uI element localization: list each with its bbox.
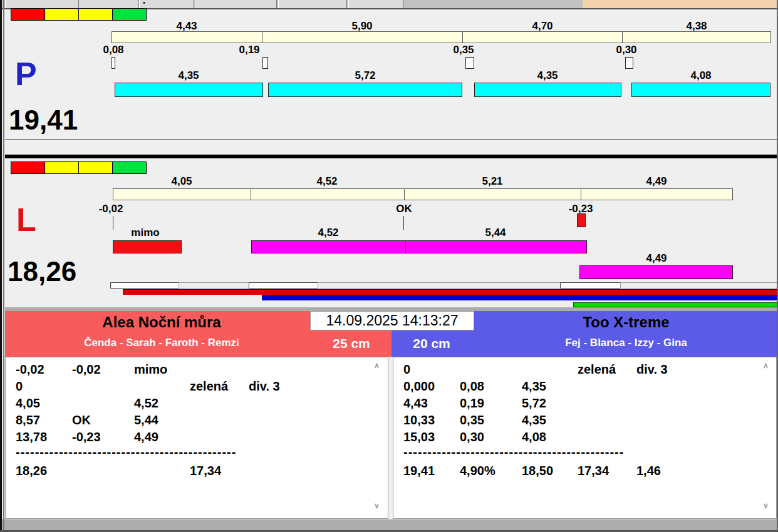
result-cell: 4,52 — [134, 396, 158, 411]
run-time-label: 4,35 — [178, 69, 199, 82]
early-start-box — [577, 213, 586, 227]
toolbar-tan-panel — [583, 0, 778, 8]
result-row: 0 zelená div. 3 — [6, 379, 388, 396]
app-window: ▾ 4,43 5,90 4,70 4,38 0,08 0,19 0,35 0, — [0, 0, 778, 532]
result-row: 4,05 4,52 — [6, 396, 388, 413]
result-cell: 5,72 — [522, 396, 546, 411]
dropdown-arrow-icon[interactable]: ▾ — [143, 0, 145, 6]
toolbar-button[interactable] — [195, 0, 277, 8]
legend-cell-yellow — [44, 161, 79, 174]
start-offset-label: 0,35 — [453, 44, 474, 56]
result-row: 4,43 0,19 5,72 — [393, 396, 776, 413]
totals-row: 19,41 4,90% 18,50 17,34 1,46 — [393, 464, 776, 481]
team-members: Fej - Blanca - Izzy - Gina — [474, 337, 778, 349]
run-time-label: 4,08 — [690, 69, 711, 82]
start-tick-mark — [403, 216, 404, 230]
toolbar-button[interactable] — [5, 0, 79, 8]
result-row: -0,02 -0,02 mimo — [6, 362, 388, 379]
start-offset-label: 0,08 — [103, 44, 123, 56]
total-time-cell: 18,26 — [16, 464, 47, 478]
toolbar-button[interactable] — [348, 0, 403, 8]
team-name: Too X-treme — [474, 314, 778, 331]
start-offset-label: 0,30 — [616, 44, 636, 56]
run-bar-cyan — [115, 83, 263, 97]
split-time-label: 4,05 — [171, 175, 192, 188]
split-segment — [462, 31, 623, 43]
jump-height-badge: 20 cm — [403, 336, 460, 351]
progress-bar-red — [123, 289, 778, 295]
result-cell: 0,30 — [460, 430, 484, 444]
results-pane-left[interactable]: ∧ ∨ -0,02 -0,02 mimo 0 zelená div. 3 4,0… — [5, 357, 388, 519]
result-cell: zelená — [578, 362, 616, 377]
progress-ruler-segment — [620, 282, 778, 289]
result-cell: 0,000 — [403, 379, 435, 394]
result-row: 10,33 0,35 4,35 — [393, 413, 776, 430]
result-cell: -0,02 — [16, 362, 44, 377]
jump-height-badge: 25 cm — [323, 336, 380, 351]
start-offset-label: 0,19 — [239, 44, 259, 56]
scroll-down-icon[interactable]: ∨ — [374, 501, 380, 510]
toolbar-button[interactable] — [139, 0, 194, 8]
result-cell: 4,08 — [522, 430, 546, 444]
run-time-label: 5,44 — [485, 227, 506, 239]
result-cell: -0,23 — [72, 430, 101, 444]
result-cell: div. 3 — [249, 379, 280, 394]
team-members: Čenda - Sarah - Faroth - Remzi — [5, 337, 318, 349]
legend-cell-yellow — [44, 8, 79, 21]
split-segment — [262, 31, 463, 43]
split-segment — [113, 188, 251, 200]
start-tick-mark — [113, 216, 113, 230]
datetime-display: 14.09.2025 14:13:27 — [310, 311, 474, 330]
result-cell: 15,03 — [403, 430, 435, 444]
start-mark-label: -0,02 — [99, 203, 123, 215]
legend-cell-red — [11, 161, 45, 174]
result-cell: 13,78 — [16, 430, 47, 444]
toolbar-button[interactable] — [80, 0, 138, 8]
run-time-label: mimo — [131, 227, 159, 239]
run-bar-cyan — [631, 83, 770, 97]
legend-cell-yellow — [78, 8, 113, 21]
result-row: 0,000 0,08 4,35 — [393, 379, 776, 396]
start-offset-box — [262, 57, 268, 69]
result-cell: div. 3 — [636, 362, 668, 377]
team-name: Alea Noční můra — [5, 314, 318, 331]
result-cell: 4,49 — [134, 430, 158, 444]
split-time-label: 4,38 — [686, 20, 707, 33]
result-cell: 0,08 — [460, 379, 484, 394]
run-time-label: 4,35 — [537, 69, 558, 82]
progress-ruler-segment — [560, 282, 621, 289]
lane-letter: L — [16, 203, 36, 236]
scroll-down-icon[interactable]: ∨ — [763, 501, 769, 510]
run-bar-cyan — [474, 83, 621, 97]
progress-ruler-segment — [249, 282, 318, 289]
progress-ruler-segment — [110, 282, 179, 289]
percent-cell: 4,90% — [460, 464, 495, 478]
toolbar-button[interactable] — [278, 0, 347, 8]
progress-bar-green — [573, 302, 778, 307]
panel-divider-line — [5, 139, 777, 140]
result-cell: 0 — [403, 362, 410, 377]
start-offset-box — [112, 57, 115, 69]
run-bar-magenta — [579, 265, 733, 279]
result-cell: 0,19 — [460, 396, 484, 411]
split-segment — [581, 188, 733, 200]
result-row: 13,78 -0,23 4,49 — [6, 430, 388, 447]
split-time-label: 4,52 — [316, 175, 337, 188]
split-segment — [404, 188, 581, 200]
legend-cell-red — [11, 8, 45, 21]
split-time-label: 4,70 — [532, 20, 552, 33]
result-row: 15,03 0,30 4,08 — [393, 430, 776, 447]
result-cell: 0,35 — [460, 413, 484, 427]
diff-time-cell: 1,46 — [636, 464, 661, 478]
run-bar-fault — [113, 240, 182, 253]
start-offset-box — [625, 57, 633, 69]
split-time-label: 5,21 — [482, 175, 502, 188]
progress-ruler-segment — [318, 282, 561, 289]
results-pane-right[interactable]: ∧ ∨ 0 zelená div. 3 0,000 0,08 4,35 4,43… — [393, 357, 777, 519]
lane-letter: P — [15, 58, 37, 90]
result-cell: zelená — [190, 379, 228, 394]
total-time-cell: 19,41 — [403, 464, 435, 478]
totals-row: 18,26 17,34 — [6, 464, 388, 481]
split-time-label: 5,90 — [351, 20, 372, 33]
split-time-label: 4,43 — [176, 20, 197, 33]
